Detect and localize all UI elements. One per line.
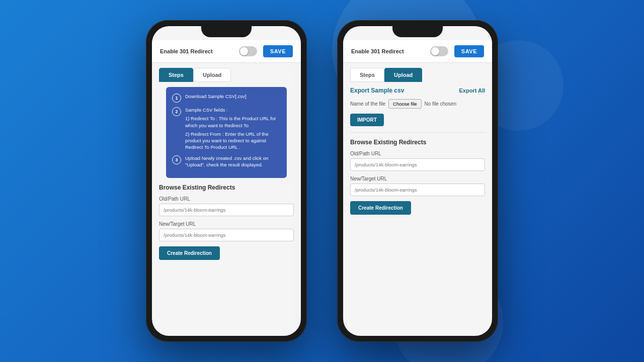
new-target-label-left: New/Target URL	[159, 221, 294, 227]
toggle-left[interactable]	[239, 46, 257, 56]
tab-upload-right[interactable]: Upload	[384, 68, 422, 82]
browse-title-left: Browse Existing Redirects	[159, 184, 294, 191]
tab-upload-left[interactable]: Upload	[193, 68, 231, 82]
create-redirection-button-left[interactable]: Create Redirection	[159, 246, 220, 260]
new-target-input-right[interactable]	[350, 184, 485, 196]
new-target-label-right: New/Target URL	[350, 176, 485, 182]
step-2-left: 2 Sample CSV fields : 1) Redirect To : T…	[172, 107, 281, 151]
new-target-input-left[interactable]	[159, 229, 294, 241]
browse-title-right: Browse Existing Redirects	[350, 139, 485, 146]
enable-301-label-right: Enable 301 Redirect	[351, 48, 404, 54]
old-path-input-left[interactable]	[159, 204, 294, 216]
create-redirection-button-right[interactable]: Create Redirection	[350, 201, 411, 215]
export-row-right: Export Sample csv Export All	[350, 87, 485, 94]
phone-left-header: Enable 301 Redirect SAVE	[152, 40, 301, 63]
old-path-label-right: Old/Path URL	[350, 151, 485, 156]
export-sample-csv-label: Export Sample csv	[350, 87, 404, 94]
tabs-right: Steps Upload	[343, 63, 492, 82]
export-all-link[interactable]: Export All	[459, 87, 485, 94]
browse-section-left: Browse Existing Redirects Old/Path URL N…	[159, 184, 294, 260]
header-controls-left: SAVE	[236, 45, 293, 57]
tab-steps-left[interactable]: Steps	[159, 68, 193, 82]
phone-right-screen: Enable 301 Redirect SAVE Steps Upload	[343, 26, 492, 336]
save-button-left[interactable]: SAVE	[263, 45, 293, 57]
header-controls-right: SAVE	[427, 45, 484, 57]
phone-right-header: Enable 301 Redirect SAVE	[343, 40, 492, 63]
file-label: Name of the file	[350, 101, 385, 107]
divider-right	[350, 132, 485, 133]
phone-left-notch	[201, 26, 252, 37]
save-button-right[interactable]: SAVE	[454, 45, 484, 57]
upload-section-right: Export Sample csv Export All Name of the…	[350, 87, 485, 215]
steps-content-left: 1 Download Sample CSV[.csv] 2 Sample CSV…	[166, 87, 287, 178]
enable-301-label-left: Enable 301 Redirect	[160, 48, 213, 54]
import-button[interactable]: IMPORT	[350, 114, 384, 126]
tabs-left: Steps Upload	[152, 63, 301, 82]
phones-container: Enable 301 Redirect SAVE Steps Upload	[146, 20, 498, 342]
step-3-left: 3 Upload Newly created .csv and click on…	[172, 155, 281, 168]
browse-section-right: Browse Existing Redirects Old/Path URL N…	[350, 139, 485, 215]
phone-right-content: Enable 301 Redirect SAVE Steps Upload	[343, 26, 492, 336]
phone-right: Enable 301 Redirect SAVE Steps Upload	[337, 20, 498, 342]
phone-left: Enable 301 Redirect SAVE Steps Upload	[146, 20, 307, 342]
step-1-left: 1 Download Sample CSV[.csv]	[172, 93, 281, 103]
old-path-label-left: Old/Path URL	[159, 196, 294, 202]
phone-right-notch	[392, 26, 443, 37]
tab-steps-right[interactable]: Steps	[350, 68, 384, 82]
phone-left-content: Enable 301 Redirect SAVE Steps Upload	[152, 26, 301, 336]
file-row-right: Name of the file Choose file No file cho…	[350, 99, 485, 109]
phone-left-screen: Enable 301 Redirect SAVE Steps Upload	[152, 26, 301, 336]
old-path-input-right[interactable]	[350, 158, 485, 171]
toggle-right[interactable]	[430, 46, 448, 56]
choose-file-button[interactable]: Choose file	[388, 99, 422, 109]
no-file-label: No file chosen	[425, 101, 456, 107]
